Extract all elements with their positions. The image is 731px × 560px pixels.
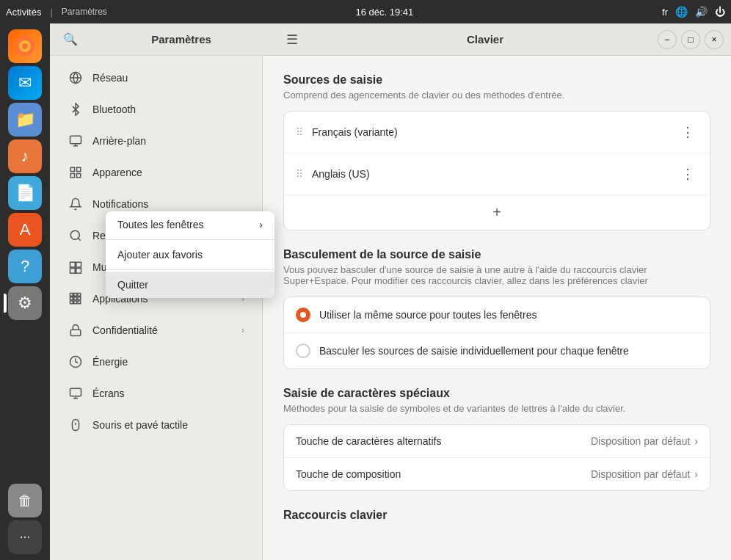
titlebar: 🔍 Paramètres ☰ Clavier − □ ×	[50, 23, 731, 56]
context-separator-2	[106, 269, 274, 270]
menu-button[interactable]: ☰	[280, 28, 304, 51]
dock-icon-settings[interactable]: ⚙	[8, 286, 42, 320]
dock-icon-thunderbird[interactable]: ✉	[8, 66, 42, 100]
alt-chars-row[interactable]: Touche de caractères alternatifs Disposi…	[284, 425, 710, 458]
power-icon[interactable]: ⏻	[715, 6, 725, 18]
svg-rect-14	[70, 262, 76, 267]
dock-icon-appstore[interactable]: A	[8, 213, 42, 247]
radio-same-source[interactable]: Utiliser la même source pour toutes les …	[284, 297, 710, 333]
sidebar-item-ecrans[interactable]: Écrans	[56, 378, 256, 409]
dock-icon-apps[interactable]: ⋯	[8, 520, 42, 554]
context-item-quitter[interactable]: Quitter	[106, 272, 274, 298]
ecrans-label: Écrans	[92, 388, 244, 399]
svg-rect-8	[70, 167, 74, 171]
dock-icon-rhythmbox[interactable]: ♪	[8, 139, 42, 173]
drag-handle-francais: ⠿	[296, 126, 303, 138]
shortcuts-title: Raccourcis clavier	[283, 509, 710, 522]
minimize-icon: −	[664, 34, 669, 45]
switch-source-subtitle: Vous pouvez basculer d'une source de sai…	[283, 264, 710, 286]
dock-icon-firefox[interactable]	[8, 29, 42, 63]
svg-rect-16	[70, 269, 76, 274]
dock-icon-files[interactable]: 📁	[8, 103, 42, 137]
search-icon: 🔍	[63, 32, 78, 46]
confidentialite-icon	[68, 322, 84, 338]
lang-indicator[interactable]: fr	[662, 7, 668, 18]
source-francais-more[interactable]: ⋮	[677, 122, 698, 142]
source-francais-label: Français (variante)	[312, 126, 669, 138]
more-icon-anglais: ⋮	[681, 166, 694, 182]
add-source-button[interactable]: +	[284, 195, 710, 230]
activities-button[interactable]: Activités	[6, 7, 41, 18]
apparence-label: Apparence	[92, 167, 244, 178]
compose-row[interactable]: Touche de composition Disposition par dé…	[284, 458, 710, 490]
svg-rect-9	[77, 167, 81, 171]
bluetooth-label: Bluetooth	[92, 103, 244, 115]
datetime-display: 16 déc. 19:41	[356, 7, 414, 18]
search-button[interactable]: 🔍	[59, 28, 82, 51]
sidebar-item-apparence[interactable]: Apparence	[56, 157, 256, 188]
notifications-icon	[68, 196, 84, 212]
close-button[interactable]: ×	[705, 30, 724, 49]
add-icon: +	[492, 204, 501, 221]
svg-point-2	[22, 43, 28, 49]
svg-point-12	[70, 230, 79, 239]
arriere-plan-icon	[68, 133, 84, 149]
alt-chars-chevron: ›	[694, 435, 698, 447]
context-item-toutes-fenetres[interactable]: Toutes les fenêtres ›	[106, 211, 274, 238]
alt-chars-label: Touche de caractères alternatifs	[296, 435, 591, 447]
settings-window: 🔍 Paramètres ☰ Clavier − □ ×	[50, 23, 731, 560]
svg-rect-20	[78, 294, 81, 297]
svg-rect-29	[70, 388, 81, 396]
sidebar-item-souris[interactable]: Souris et pavé tactile	[56, 410, 256, 440]
source-anglais-label: Anglais (US)	[312, 168, 669, 180]
volume-icon[interactable]: 🔊	[695, 6, 708, 18]
source-anglais-more[interactable]: ⋮	[677, 164, 698, 184]
maximize-button[interactable]: □	[681, 30, 700, 49]
more-icon-francais: ⋮	[681, 124, 694, 140]
sidebar-item-arriere-plan[interactable]: Arrière-plan	[56, 126, 256, 156]
svg-rect-25	[74, 301, 77, 304]
compose-value-text: Disposition par défaut	[591, 468, 690, 480]
context-item-label-ajouter-favoris: Ajouter aux favoris	[117, 249, 203, 261]
compose-value: Disposition par défaut ›	[591, 468, 698, 480]
context-menu: Toutes les fenêtres › Ajouter aux favori…	[106, 211, 274, 298]
reseau-icon	[68, 70, 84, 86]
energie-icon	[68, 354, 84, 370]
source-anglais[interactable]: ⠿ Anglais (US) ⋮	[284, 153, 710, 195]
dock-icon-trash[interactable]: 🗑	[8, 484, 42, 517]
recherche-icon	[68, 228, 84, 244]
radio-dot-same-source	[296, 308, 310, 322]
compose-label: Touche de composition	[296, 468, 591, 480]
radio-label-same-source: Utiliser la même source pour toutes les …	[319, 309, 537, 321]
souris-label: Souris et pavé tactile	[92, 419, 244, 431]
close-icon: ×	[711, 34, 716, 45]
energie-label: Énergie	[92, 356, 244, 368]
sidebar-item-reseau[interactable]: Réseau	[56, 62, 256, 93]
network-icon[interactable]: 🌐	[675, 6, 688, 18]
souris-icon	[68, 417, 84, 433]
svg-rect-17	[76, 269, 81, 274]
applications-icon	[68, 291, 84, 307]
sidebar-item-energie[interactable]: Énergie	[56, 346, 256, 377]
special-chars-section: Saisie de caractères spéciaux Méthodes p…	[283, 387, 710, 491]
switch-source-section: Basculement de la source de saisie Vous …	[283, 248, 710, 369]
drag-handle-anglais: ⠿	[296, 168, 303, 180]
dock-icon-help[interactable]: ?	[8, 250, 42, 283]
input-sources-title: Sources de saisie	[283, 73, 710, 87]
context-item-ajouter-favoris[interactable]: Ajouter aux favoris	[106, 241, 274, 268]
alt-chars-value: Disposition par défaut ›	[591, 435, 698, 447]
switch-source-card: Utiliser la même source pour toutes les …	[283, 297, 710, 369]
source-francais[interactable]: ⠿ Français (variante) ⋮	[284, 112, 710, 153]
minimize-button[interactable]: −	[658, 30, 677, 49]
sidebar-item-confidentialite[interactable]: Confidentialité ›	[56, 315, 256, 346]
svg-rect-11	[70, 174, 74, 178]
window-body: Réseau Bluetooth Arrière-plan Apparence	[50, 56, 731, 560]
dock-icon-writer[interactable]: 📄	[8, 176, 42, 210]
svg-rect-18	[70, 294, 73, 297]
svg-rect-5	[70, 136, 81, 144]
settings-panel-title: Paramètres	[88, 33, 274, 46]
radio-per-window[interactable]: Basculer les sources de saisie individue…	[284, 333, 710, 368]
ecrans-icon	[68, 385, 84, 401]
sidebar-item-bluetooth[interactable]: Bluetooth	[56, 94, 256, 125]
compose-chevron: ›	[694, 468, 698, 480]
